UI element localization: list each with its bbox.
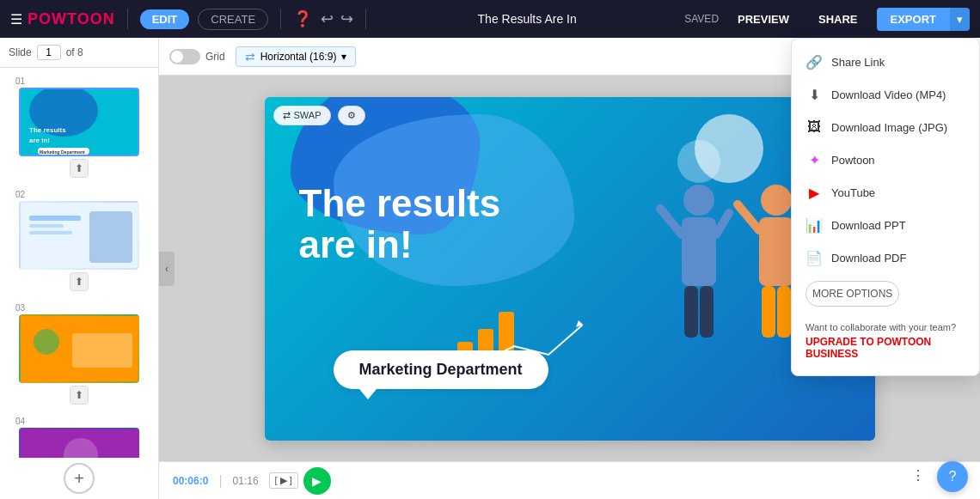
collapse-sidebar-button[interactable]: ‹ — [159, 252, 175, 286]
orientation-chevron-icon: ▾ — [341, 51, 346, 63]
help-icon[interactable]: ❓ — [293, 9, 312, 28]
slide-nav: Slide of 8 — [0, 38, 158, 68]
svg-rect-28 — [759, 217, 793, 286]
svg-text:are in!: are in! — [29, 137, 50, 144]
download-pdf-item[interactable]: 📄 Download PDF — [792, 241, 979, 274]
slide-canvas: ⇄ SWAP ⚙ The results are in! — [265, 97, 875, 441]
slide-export-icon[interactable]: ⬆ — [70, 386, 89, 405]
preview-button[interactable]: PREVIEW — [727, 9, 799, 29]
play-button[interactable]: ▶ — [303, 467, 331, 495]
edit-button[interactable]: EDIT — [140, 9, 190, 29]
youtube-icon: ▶ — [805, 184, 823, 201]
list-item: 04 ⬆ — [0, 413, 158, 458]
slide-thumbnail[interactable] — [19, 201, 139, 270]
download-pdf-icon: 📄 — [805, 249, 823, 266]
svg-line-24 — [716, 213, 729, 234]
total-time: 01:16 — [233, 475, 259, 487]
export-btn-group: EXPORT ▾ — [877, 8, 970, 31]
svg-point-27 — [761, 185, 792, 216]
more-options-button[interactable]: MORE OPTIONS — [805, 281, 899, 307]
slide-label: Slide — [9, 46, 32, 58]
slide-export-icon[interactable]: ⬆ — [70, 159, 89, 178]
topbar: ☰ POWTOON EDIT CREATE ❓ ↩ ↪ The Results … — [0, 0, 980, 38]
share-button[interactable]: SHARE — [808, 9, 868, 29]
orientation-button[interactable]: ⇄ Horizontal (16:9) ▾ — [236, 46, 357, 67]
divider-3 — [365, 9, 366, 29]
slide-title: The results are in! — [299, 183, 501, 266]
upgrade-text: Want to collaborate with your team? — [805, 322, 965, 332]
share-link-item[interactable]: 🔗 Share Link — [792, 46, 979, 78]
slide-export-icon[interactable]: ⬆ — [70, 272, 89, 291]
settings-button[interactable]: ⚙ — [338, 106, 365, 125]
help-fab-button[interactable]: ? — [937, 461, 968, 492]
svg-rect-22 — [682, 217, 716, 286]
slide-of-label: of 8 — [66, 46, 83, 58]
frame-play-button[interactable]: [ ▶ ] — [269, 472, 298, 489]
svg-rect-31 — [762, 286, 775, 338]
more-options-fab[interactable]: ⋮ — [906, 463, 930, 487]
export-button[interactable]: EXPORT — [877, 8, 950, 31]
grid-label: Grid — [205, 51, 225, 63]
download-ppt-label: Download PPT — [831, 219, 906, 232]
settings-icon: ⚙ — [347, 110, 356, 121]
svg-text:The results: The results — [29, 126, 66, 134]
bottom-bar: 00:06:0 | 01:16 [ ▶ ] ▶ 🔊 — [159, 461, 980, 499]
download-image-item[interactable]: 🖼 Download Image (JPG) — [792, 111, 979, 143]
svg-rect-32 — [777, 286, 791, 338]
share-link-icon: 🔗 — [805, 53, 823, 70]
download-ppt-icon: 📊 — [805, 216, 823, 234]
sidebar: Slide of 8 01 The results are in! Market… — [0, 38, 159, 499]
upgrade-section: Want to collaborate with your team? UPGR… — [792, 313, 979, 368]
create-button[interactable]: CREATE — [198, 9, 268, 30]
redo-icon[interactable]: ↪ — [340, 9, 353, 28]
slide-num-label: 03 — [15, 303, 25, 313]
toggle-knob — [171, 51, 183, 63]
time-divider: | — [218, 473, 222, 489]
logo-text: POWTOON — [28, 10, 115, 28]
svg-rect-13 — [72, 333, 132, 368]
arrow-decoration — [480, 320, 583, 372]
export-dropdown-arrow[interactable]: ▾ — [950, 8, 970, 31]
download-image-label: Download Image (JPG) — [831, 121, 947, 134]
add-slide-button[interactable]: + — [64, 463, 95, 494]
svg-point-12 — [34, 329, 59, 355]
svg-text:Marketing Department: Marketing Department — [40, 149, 85, 155]
svg-rect-26 — [700, 286, 714, 338]
download-video-item[interactable]: ⬇ Download Video (MP4) — [792, 78, 979, 111]
divider-2 — [280, 9, 281, 29]
slide-thumbnail[interactable] — [19, 428, 139, 458]
svg-line-29 — [738, 204, 759, 230]
slide-number-input[interactable] — [37, 45, 61, 60]
slide-num-label: 02 — [15, 190, 25, 199]
orientation-icon: ⇄ — [245, 50, 255, 64]
slide-thumbnail[interactable] — [19, 314, 139, 383]
current-time: 00:06:0 — [173, 475, 208, 487]
powtoon-item[interactable]: ✦ Powtoon — [792, 143, 979, 176]
logo-area: ☰ POWTOON — [10, 10, 115, 28]
export-dropdown: 🔗 Share Link ⬇ Download Video (MP4) 🖼 Do… — [791, 38, 980, 376]
youtube-item[interactable]: ▶ YouTube — [792, 176, 979, 209]
download-video-label: Download Video (MP4) — [831, 88, 946, 101]
slide-title-line2: are in! — [299, 224, 501, 265]
svg-point-21 — [683, 185, 714, 216]
slide-thumbnail[interactable]: The results are in! Marketing Department — [19, 88, 139, 156]
slide-list: 01 The results are in! Marketing Departm… — [0, 68, 158, 458]
download-pdf-label: Download PDF — [831, 252, 906, 265]
grid-toggle: Grid — [169, 49, 225, 64]
svg-rect-25 — [684, 286, 698, 338]
slide-num-label: 04 — [15, 417, 25, 426]
powtoon-icon: ✦ — [805, 151, 823, 168]
undo-icon[interactable]: ↩ — [321, 9, 334, 28]
download-ppt-item[interactable]: 📊 Download PPT — [792, 209, 979, 241]
play-controls: [ ▶ ] ▶ — [269, 467, 331, 495]
upgrade-link[interactable]: UPGRADE TO POWTOON BUSINESS — [805, 336, 965, 360]
svg-line-23 — [660, 209, 682, 234]
svg-rect-9 — [29, 231, 72, 234]
hamburger-icon[interactable]: ☰ — [10, 11, 22, 27]
slide-num-label: 01 — [15, 76, 25, 86]
list-item: 01 The results are in! Marketing Departm… — [0, 73, 158, 181]
slide-controls: ⇄ SWAP ⚙ — [273, 106, 365, 125]
powtoon-label: Powtoon — [831, 154, 875, 167]
grid-toggle-switch[interactable] — [169, 49, 200, 64]
swap-button[interactable]: ⇄ SWAP — [273, 106, 331, 125]
